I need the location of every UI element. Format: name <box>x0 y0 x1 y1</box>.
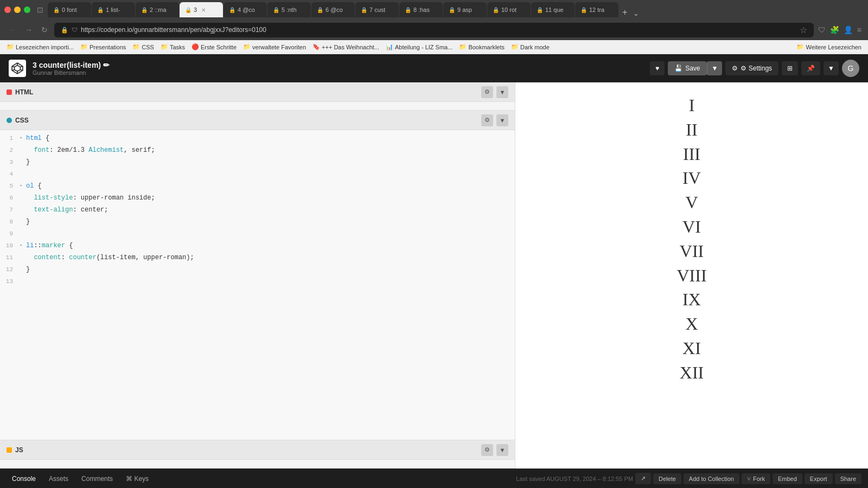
browser-tab-5[interactable]: 🔒 5 :nth <box>267 2 311 17</box>
extensions-icon[interactable]: 🧩 <box>830 25 839 34</box>
code-line-4: 4 <box>0 168 515 180</box>
list-item-8: VIII <box>676 264 706 288</box>
profile-icon[interactable]: 👤 <box>844 25 853 34</box>
code-line-13: 13 <box>0 275 515 287</box>
share-button[interactable]: Share <box>835 473 861 484</box>
assets-tab[interactable]: Assets <box>43 473 74 485</box>
bookmark-weihnacht[interactable]: 🔖 +++ Das Weihnacht... <box>312 43 379 50</box>
bookmark-chart-icon: 📊 <box>386 43 393 50</box>
codepen-header: 3 counter(list-item) ✏ Gunnar Bittersman… <box>0 54 868 82</box>
tab-lock-icon-1: 🔒 <box>97 7 104 13</box>
tab-label-1: 1 list- <box>106 7 120 13</box>
bookmark-abteilung[interactable]: 📊 Abteilung - LIZ Sma... <box>386 43 452 50</box>
pin-button[interactable]: 📌 <box>801 61 820 75</box>
cp-actions: ♥ 💾 Save ▼ ⚙ ⚙ Settings ⊞ 📌 ▼ G <box>650 60 859 77</box>
embed-button[interactable]: Embed <box>773 473 802 484</box>
browser-tab-0[interactable]: 🔒 0 font <box>48 2 91 17</box>
html-editor-section: HTML ⚙ ▼ <box>0 82 515 111</box>
minimize-button[interactable] <box>14 7 21 13</box>
browser-tab-1[interactable]: 🔒 1 list- <box>92 2 135 17</box>
bookmark-folder-icon-7: 📁 <box>796 43 804 50</box>
html-dot-icon <box>7 89 12 95</box>
export-button[interactable]: Export <box>805 473 833 484</box>
bookmark-favoriten[interactable]: 📁 verwaltete Favoriten <box>243 43 306 50</box>
browser-tab-9[interactable]: 🔒 9 asp <box>443 2 487 17</box>
browser-tab-8[interactable]: 🔒 8 :has <box>399 2 443 17</box>
browser-tab-10[interactable]: 🔒 10 rot <box>487 2 531 17</box>
list-item-6: VI <box>676 215 706 239</box>
js-settings-button[interactable]: ⚙ <box>481 444 493 456</box>
browser-tab-11[interactable]: 🔒 11 que <box>531 2 575 17</box>
tab-label-5: 5 :nth <box>282 7 297 13</box>
css-settings-button[interactable]: ⚙ <box>481 114 493 126</box>
maximize-button[interactable] <box>24 7 30 13</box>
tab-lock-icon-8: 🔒 <box>405 7 411 13</box>
close-button[interactable] <box>4 7 11 13</box>
tab-close-3[interactable]: ✕ <box>201 7 206 13</box>
bookmark-presentations[interactable]: 📁 Presentations <box>80 43 126 50</box>
bookmark-star-icon[interactable]: ☆ <box>800 25 807 35</box>
back-button[interactable]: ← <box>7 24 18 35</box>
more-button[interactable]: ▼ <box>824 61 839 75</box>
html-collapse-button[interactable]: ▼ <box>496 86 508 98</box>
keys-tab[interactable]: ⌘ Keys <box>120 473 154 485</box>
view-layout-button[interactable]: ⊞ <box>782 61 798 75</box>
browser-tab-6[interactable]: 🔒 6 @co <box>311 2 355 17</box>
codepen-app: 3 counter(list-item) ✏ Gunnar Bittersman… <box>0 54 868 488</box>
tabs-bar: 🔒 0 font 🔒 1 list- 🔒 2 ::ma 🔒 3 ✕ 🔒 4 @c… <box>48 2 864 17</box>
reload-button[interactable]: ↻ <box>39 24 50 35</box>
tab-label-11: 11 que <box>545 7 564 13</box>
user-avatar[interactable]: G <box>842 60 859 77</box>
html-tab-bar: HTML ⚙ ▼ <box>0 82 515 102</box>
new-tab-button[interactable]: + <box>619 8 630 17</box>
sidebar-icon[interactable]: ⊡ <box>37 5 43 14</box>
bookmark-bookmarklets[interactable]: 📁 Bookmarklets <box>459 43 505 50</box>
bookmark-import[interactable]: 📁 Lesezeichen importi... <box>7 43 74 50</box>
list-item-10: X <box>676 312 706 336</box>
fork-button[interactable]: ⑂ Fork <box>742 473 770 484</box>
traffic-lights <box>4 7 30 13</box>
js-tab-actions: ⚙ ▼ <box>481 444 508 456</box>
open-external-button[interactable]: ↗ <box>635 473 651 484</box>
js-collapse-button[interactable]: ▼ <box>496 444 508 456</box>
list-item-9: IX <box>676 287 706 312</box>
delete-button[interactable]: Delete <box>653 473 681 484</box>
js-editor-section: JS ⚙ ▼ <box>0 440 515 468</box>
preview-panel: I II III IV V VI VII VIII IX X XI XII <box>515 82 868 468</box>
add-to-collection-button[interactable]: Add to Collection <box>684 473 739 484</box>
editor-area: HTML ⚙ ▼ CSS ⚙ ▼ <box>0 82 868 468</box>
comments-tab[interactable]: Comments <box>76 473 118 485</box>
roman-numerals-list: I II III IV V VI VII VIII IX X XI XII <box>676 93 706 385</box>
console-tab[interactable]: Console <box>7 473 41 485</box>
browser-tab-2[interactable]: 🔒 2 ::ma <box>136 2 179 17</box>
code-line-12: 12 } <box>0 264 515 275</box>
browser-tab-7[interactable]: 🔒 7 cust <box>355 2 399 17</box>
css-collapse-button[interactable]: ▼ <box>496 114 508 126</box>
bookmark-erste[interactable]: 🔴 Erste Schritte <box>192 43 237 50</box>
heart-button[interactable]: ♥ <box>650 61 665 75</box>
address-box[interactable]: 🔒 🛡 https://codepen.io/gunnarbittersmann… <box>54 23 814 37</box>
menu-icon[interactable]: ≡ <box>857 25 861 34</box>
save-button[interactable]: 💾 Save <box>668 61 706 75</box>
bookmark-folder-icon-2: 📁 <box>132 43 140 50</box>
save-dropdown-button[interactable]: ▼ <box>707 61 723 75</box>
codepen-logo[interactable] <box>9 60 26 77</box>
settings-button[interactable]: ⚙ ⚙ Settings <box>725 61 778 75</box>
browser-tab-4[interactable]: 🔒 4 @co <box>224 2 267 17</box>
css-code-editor[interactable]: 1 ▾ html { 2 font: 2em/1.3 Alchemist, se… <box>0 130 515 440</box>
bookmark-folder-icon: 📁 <box>7 43 14 50</box>
bookmark-folder-icon-3: 📁 <box>161 43 168 50</box>
browser-tab-3[interactable]: 🔒 3 ✕ <box>180 2 223 17</box>
tab-lock-icon-2: 🔒 <box>141 7 148 13</box>
tabs-overflow-button[interactable]: ⌄ <box>631 9 641 17</box>
bookmark-darkmode[interactable]: 📁 Dark mode <box>511 43 550 50</box>
browser-tab-12[interactable]: 🔒 12 tra <box>575 2 618 17</box>
bookmark-css[interactable]: 📁 CSS <box>132 43 154 50</box>
bookmark-tasks[interactable]: 📁 Tasks <box>161 43 185 50</box>
list-item-4: IV <box>676 166 706 190</box>
tab-label-7: 7 cust <box>369 7 385 13</box>
bookmark-weitere[interactable]: 📁 Weitere Lesezeichen <box>796 43 861 50</box>
shield-icon[interactable]: 🛡 <box>818 25 826 34</box>
forward-button[interactable]: → <box>23 24 35 35</box>
html-settings-button[interactable]: ⚙ <box>481 86 493 98</box>
